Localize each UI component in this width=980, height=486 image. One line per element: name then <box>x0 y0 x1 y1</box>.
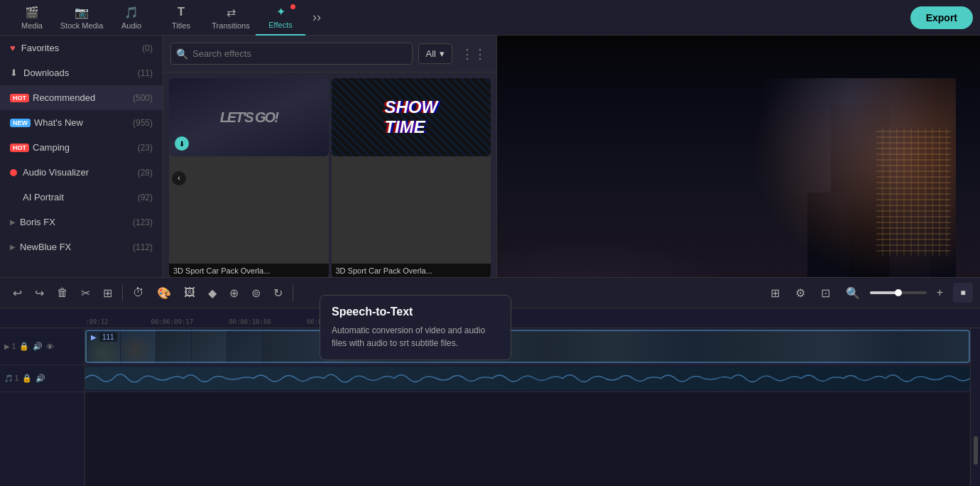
zoom-fill <box>870 291 898 294</box>
stabilize-btn[interactable]: ↻ <box>268 282 288 304</box>
sidebar-count-ai-portrait: (92) <box>138 193 153 202</box>
audio-icon: 🎵 <box>124 6 138 19</box>
zoom-out-btn[interactable]: 🔍 <box>840 282 866 304</box>
volume-track-icon[interactable]: 🔊 <box>33 342 43 351</box>
audio-clip[interactable] <box>85 367 970 390</box>
cut-btn[interactable]: ✂ <box>75 282 96 304</box>
sidebar-count-recommended: (500) <box>133 93 153 103</box>
zoom-in-btn[interactable]: + <box>931 282 949 303</box>
audio-vol-icon[interactable]: 🔊 <box>36 374 45 383</box>
tooltip-title: Speech-to-Text <box>332 306 499 318</box>
sidebar-item-whats-new[interactable]: NEW What's New (955) <box>0 110 163 135</box>
nav-item-titles[interactable]: T Titles <box>156 0 206 36</box>
toolbar-right: ⊞ ⚙ ⊡ 🔍 + ■ <box>765 282 973 304</box>
grid-view-btn[interactable]: ⋮⋮ <box>458 46 489 62</box>
zoom-handle[interactable] <box>895 289 902 296</box>
search-wrap: 🔍 <box>170 43 413 65</box>
effect-card-sport2[interactable]: SHOWTIME 3D Sport Car Pack Overla... <box>332 78 491 278</box>
sidebar-count-camping: (23) <box>138 143 153 153</box>
nav-label-transitions: Transitions <box>212 21 249 30</box>
timer-btn[interactable]: ⏱ <box>127 282 150 303</box>
tooltip-body: Automatic conversion of video and audio … <box>332 324 499 350</box>
audio-lock-icon[interactable]: 🔒 <box>22 374 32 383</box>
video-track-ctrl: ▶ 1 🔒 🔊 👁 <box>0 328 85 365</box>
nav-label-titles: Titles <box>172 21 190 30</box>
sidebar-item-boris-fx[interactable]: ▶ Boris FX (123) <box>0 210 163 234</box>
search-input[interactable] <box>170 43 413 65</box>
ai-btn[interactable]: ⊚ <box>246 282 266 304</box>
video-track-num: ▶ 1 <box>4 342 16 350</box>
titles-icon: T <box>178 5 185 19</box>
filter-label: All <box>426 48 436 59</box>
audio-track-num: 🎵 1 <box>4 374 18 382</box>
zoom-slider-wrap <box>870 291 927 294</box>
ruler-mark-0: :09:12 <box>85 318 109 325</box>
sidebar-item-audio-visualizer[interactable]: Audio Visualizer (28) <box>0 160 163 185</box>
sidebar-item-downloads[interactable]: ⬇ Downloads (11) <box>0 60 163 85</box>
settings-btn[interactable]: ⚙ <box>790 282 811 304</box>
effect-label-sport2: 3D Sport Car Pack Overla... <box>332 264 491 278</box>
image-btn[interactable]: 🖼 <box>178 282 201 303</box>
nav-item-stock-media[interactable]: 📷 Stock Media <box>57 0 107 36</box>
eye-icon[interactable]: 👁 <box>46 342 54 351</box>
top-nav: 🎬 Media 📷 Stock Media 🎵 Audio T Titles ⇄… <box>0 0 980 36</box>
effects-icon: ✦ <box>276 5 285 18</box>
delete-btn[interactable]: 🗑 <box>51 282 74 303</box>
sidebar-label-audio-visualizer: Audio Visualizer <box>23 167 138 178</box>
downloads-icon: ⬇ <box>10 68 18 78</box>
sidebar-count-newblue-fx: (112) <box>133 242 153 252</box>
audio-visualizer-dot <box>10 169 17 176</box>
redo-btn[interactable]: ↪ <box>29 282 50 304</box>
track-controls-col: ▶ 1 🔒 🔊 👁 🎵 1 🔒 🔊 <box>0 328 85 486</box>
effects-dot <box>290 4 295 9</box>
effect-card-sport1[interactable]: LET'S GO! ⬇ 3D Sport Car Pack Overla... … <box>169 78 329 278</box>
nav-item-audio[interactable]: 🎵 Audio <box>107 0 156 36</box>
undo-btn[interactable]: ↩ <box>7 282 28 304</box>
lock-icon[interactable]: 🔒 <box>19 342 29 351</box>
new-badge-whats-new: NEW <box>10 119 31 127</box>
stock-media-icon: 📷 <box>75 6 89 19</box>
effects-search-bar: 🔍 All ▾ ⋮⋮ <box>163 36 496 72</box>
ruler-mark-2: 00:06:10:08 <box>229 318 271 325</box>
ruler-mark-1: 00:06:09:17 <box>151 318 194 325</box>
sidebar-item-ai-portrait[interactable]: AI Portrait (92) <box>0 185 163 210</box>
keyframe-btn[interactable]: ◆ <box>202 282 222 304</box>
nav-item-effects[interactable]: ✦ Effects <box>256 0 305 36</box>
filter-chevron-icon: ▾ <box>440 48 445 59</box>
search-icon: 🔍 <box>176 48 188 60</box>
video-track[interactable]: ▶ 111 <box>85 328 970 365</box>
filter-dropdown[interactable]: All ▾ <box>418 43 452 64</box>
toolbar-dark-block: ■ <box>953 283 973 303</box>
insert-btn[interactable]: ⊡ <box>815 282 836 304</box>
clip-number: 111 <box>99 333 117 342</box>
sidebar-item-favorites[interactable]: ♥ Favorites (0) <box>0 36 163 60</box>
crop-btn[interactable]: ⊞ <box>97 282 118 304</box>
fit-timeline-btn[interactable]: ⊞ <box>765 282 785 304</box>
speech-to-text-tooltip: Speech-to-Text Automatic conversion of v… <box>320 295 511 360</box>
sidebar-label-boris-fx: Boris FX <box>20 217 133 227</box>
audio-track[interactable] <box>85 365 970 392</box>
sidebar-label-downloads: Downloads <box>23 68 138 78</box>
sidebar-label-favorites: Favorites <box>21 43 143 53</box>
sidebar-item-newblue-fx[interactable]: ▶ NewBlue FX (112) <box>0 234 163 259</box>
color-btn[interactable]: 🎨 <box>151 282 177 304</box>
sidebar-label-ai-portrait: AI Portrait <box>10 192 138 202</box>
hot-badge-recommended: HOT <box>10 94 29 102</box>
sidebar-count-boris-fx: (123) <box>133 217 153 227</box>
audio-track-ctrl: 🎵 1 🔒 🔊 <box>0 365 85 392</box>
nav-item-transitions[interactable]: ⇄ Transitions <box>206 0 256 36</box>
export-button[interactable]: Export <box>910 6 973 29</box>
sidebar-label-recommended: Recommended <box>33 92 133 103</box>
sidebar-item-recommended[interactable]: HOT Recommended (500) <box>0 85 163 110</box>
aspect-btn[interactable]: ⊕ <box>224 282 244 304</box>
nav-more-btn[interactable]: ›› <box>305 10 328 25</box>
sidebar-count-downloads: (11) <box>138 68 153 78</box>
sidebar-item-camping[interactable]: HOT Camping (23) <box>0 135 163 160</box>
prev-arrow-sport1[interactable]: ‹ <box>172 171 186 185</box>
nav-label-effects: Effects <box>268 21 292 29</box>
newblue-fx-arrow: ▶ <box>10 243 16 251</box>
clip-label: ▶ 111 <box>91 333 117 342</box>
video-clip[interactable]: ▶ 111 <box>85 330 970 363</box>
track-content: ▶ 111 <box>85 328 970 486</box>
nav-item-media[interactable]: 🎬 Media <box>7 0 57 36</box>
